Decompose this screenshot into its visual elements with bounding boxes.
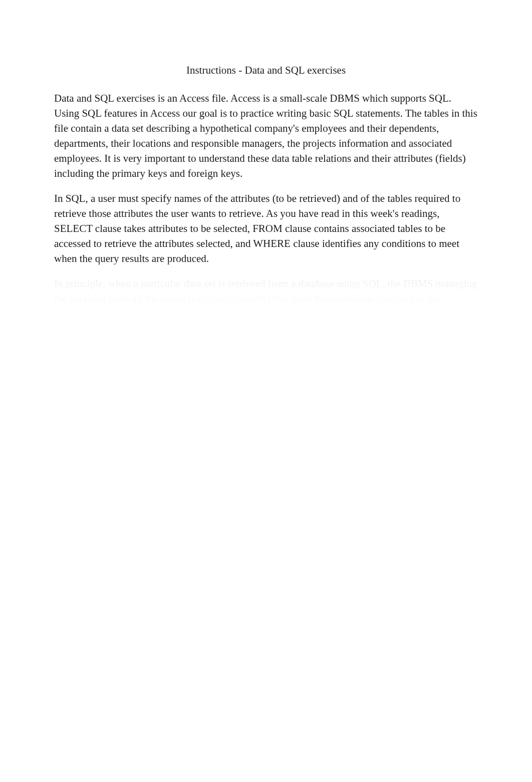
attachment-icon xyxy=(53,525,71,543)
paragraph-2: In SQL, a user must specify names of the… xyxy=(54,191,478,266)
obscured-header-strip xyxy=(54,321,448,334)
obscured-embedded-screenshot xyxy=(54,321,448,516)
document-title: Instructions - Data and SQL exercises xyxy=(54,64,478,77)
paragraph-1: Data and SQL exercises is an Access file… xyxy=(54,91,478,181)
